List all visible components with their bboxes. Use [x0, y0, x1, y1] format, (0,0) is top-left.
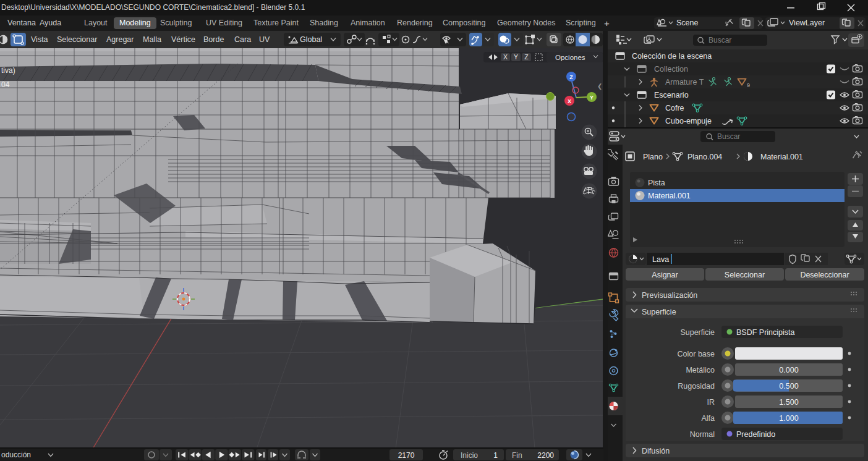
svg-text:Colección de la escena: Colección de la escena — [632, 52, 712, 61]
svg-text:Z: Z — [524, 53, 529, 61]
svg-text:Normal: Normal — [690, 430, 715, 439]
svg-text:Predefinido: Predefinido — [736, 430, 775, 439]
svg-text:Deseleccionar: Deseleccionar — [800, 271, 849, 279]
svg-text:Metálico: Metálico — [686, 366, 715, 374]
svg-text:Cofre: Cofre — [665, 104, 684, 112]
svg-text:Armature T: Armature T — [665, 78, 704, 87]
svg-text:Inicio: Inicio — [461, 451, 478, 460]
svg-text:X: X — [503, 53, 508, 61]
svg-text:IR: IR — [707, 398, 715, 407]
svg-text:Plano.004: Plano.004 — [687, 153, 722, 161]
svg-text:Plano: Plano — [643, 153, 663, 161]
svg-text:Y: Y — [590, 95, 594, 101]
svg-text:Material.001: Material.001 — [760, 153, 803, 161]
svg-text:Escenario: Escenario — [654, 91, 689, 99]
svg-text:Difusión: Difusión — [642, 447, 670, 455]
svg-text:Cubo-empuje: Cubo-empuje — [665, 117, 712, 125]
svg-text:Lava: Lava — [652, 255, 669, 264]
svg-text:Superficie: Superficie — [680, 328, 715, 337]
svg-text:❮: ❮ — [597, 83, 602, 90]
svg-text:0.000: 0.000 — [779, 366, 798, 374]
svg-text:2200: 2200 — [537, 451, 554, 460]
svg-text:Color base: Color base — [678, 350, 715, 358]
svg-text:Pista: Pista — [648, 179, 665, 187]
svg-text:04: 04 — [1, 80, 10, 89]
svg-text:Previsualización: Previsualización — [642, 291, 697, 300]
svg-text:1: 1 — [493, 451, 498, 460]
svg-text:9: 9 — [747, 82, 750, 88]
svg-text:Buscar: Buscar — [708, 36, 731, 44]
svg-text:Opciones: Opciones — [555, 54, 585, 61]
svg-text:tiva): tiva) — [1, 66, 15, 75]
svg-text:Z: Z — [569, 74, 573, 80]
svg-text:0.500: 0.500 — [779, 382, 798, 391]
svg-text:BSDF Principista: BSDF Principista — [736, 328, 795, 337]
svg-text:Collection: Collection — [654, 65, 688, 74]
svg-text:Alfa: Alfa — [701, 414, 715, 423]
svg-text:1.000: 1.000 — [779, 414, 798, 423]
svg-text:X: X — [568, 98, 571, 104]
svg-text:2170: 2170 — [398, 451, 415, 460]
svg-text:Rugosidad: Rugosidad — [678, 382, 715, 391]
svg-text:Superficie: Superficie — [642, 308, 676, 316]
svg-text:Seleccionar: Seleccionar — [725, 271, 765, 279]
svg-text:Fin: Fin — [512, 451, 522, 460]
svg-text:Asignar: Asignar — [652, 271, 678, 279]
svg-text:Material.001: Material.001 — [648, 192, 691, 200]
svg-text:Y: Y — [514, 53, 518, 61]
svg-text:1.500: 1.500 — [779, 398, 798, 407]
